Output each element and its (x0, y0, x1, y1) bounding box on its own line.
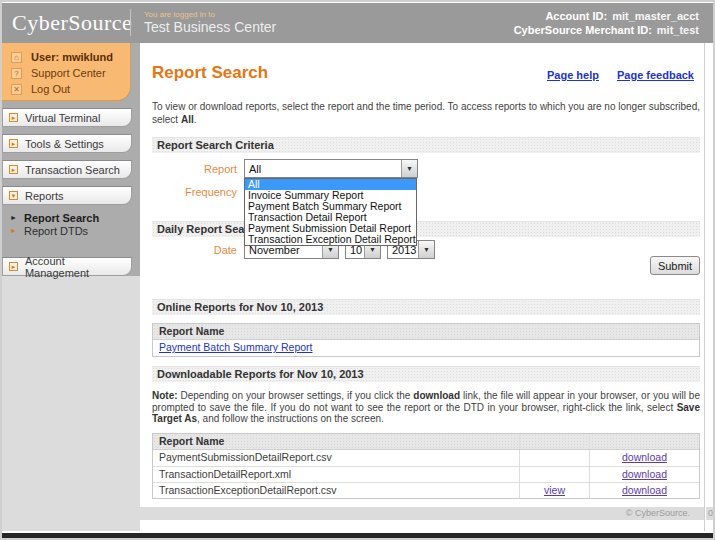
section-daily-report-search: Daily Report Search (152, 221, 700, 237)
dropdown-option-transaction-exception-detail[interactable]: Transaction Exception Detail Report (245, 234, 416, 245)
report-select[interactable]: All ▼ (244, 159, 418, 178)
download-note: Note: Depending on your browser settings… (152, 390, 700, 425)
downloadable-reports-table: Report Name PaymentSubmissionDetailRepor… (152, 433, 700, 499)
top-header: CyberSource You are logged in to Test Bu… (2, 3, 713, 43)
logout-icon: ✕ (11, 84, 22, 95)
menu-label: Virtual Terminal (25, 112, 100, 124)
sidebar: ⌂User: mwiklund ?Support Center ✕Log Out… (2, 43, 140, 531)
frequency-label: Frequency (152, 186, 237, 198)
sidebar-item-transaction-search[interactable]: ▸Transaction Search (2, 160, 132, 179)
note-bold-download: download (413, 390, 460, 401)
intro-bold: All (181, 114, 194, 125)
window-bottom-bar (2, 533, 713, 539)
sidebar-item-account-management[interactable]: ▸Account Management (2, 257, 132, 276)
cybersource-logo: CyberSource (12, 10, 132, 36)
download-link[interactable]: download (622, 451, 667, 463)
merchant-id-label: CyberSource Merchant ID: (514, 24, 652, 36)
arrow-bullet-icon: ► (10, 214, 17, 221)
sidebar-item-tools-settings[interactable]: ▸Tools & Settings (2, 134, 132, 153)
menu-collapse-icon: ▾ (9, 191, 18, 200)
dropdown-arrow-icon[interactable]: ▼ (418, 241, 434, 258)
support-label: Support Center (31, 67, 106, 79)
intro-text: To view or download reports, select the … (152, 100, 700, 126)
merchant-id-value: mit_test (652, 24, 699, 36)
report-file-name: TransactionDetailReport.xml (153, 467, 519, 482)
report-row: Report All ▼ (152, 159, 418, 178)
reports-submenu: ►Report Search ►Report DTDs (2, 205, 140, 241)
note-segment: , and follow the instructions on the scr… (197, 413, 384, 424)
sidebar-item-reports[interactable]: ▾Reports (2, 186, 132, 205)
intro-period: . (194, 114, 197, 125)
table-header-report-name: Report Name (153, 434, 519, 449)
app-name: Test Business Center (144, 19, 276, 35)
submit-button[interactable]: Submit (650, 256, 700, 275)
menu-label: Reports (25, 190, 64, 202)
dropdown-arrow-icon[interactable]: ▼ (401, 160, 417, 177)
note-label: Note: (152, 390, 178, 401)
logout-label: Log Out (31, 83, 70, 95)
note-segment: Depending on your browser settings, if y… (178, 390, 414, 401)
header-divider (130, 9, 131, 36)
section-report-search-criteria: Report Search Criteria (152, 137, 700, 153)
table-header-row: Report Name (153, 434, 699, 450)
report-search-form: Report All ▼ Frequency ▼ Daily Report Se… (152, 153, 700, 299)
download-link[interactable]: download (622, 468, 667, 480)
main-content: Report Search Page helpPage feedback To … (142, 43, 704, 531)
sidebar-item-user[interactable]: ⌂User: mwiklund (2, 49, 130, 65)
report-file-name: PaymentSubmissionDetailReport.csv (153, 450, 519, 466)
menu-expand-icon: ▸ (9, 139, 18, 148)
menu-label: Account Management (25, 255, 131, 279)
arrow-bullet-icon: ► (10, 227, 17, 234)
footer-page-code: 01 (706, 507, 715, 520)
help-icon: ? (11, 68, 22, 79)
section-downloadable-reports: Downloadable Reports for Nov 10, 2013 (152, 366, 700, 382)
report-select-value: All (249, 163, 261, 175)
intro-segment: To view or download reports, select the … (152, 101, 700, 125)
report-dropdown-list: All Invoice Summary Report Payment Batch… (244, 178, 417, 246)
sidebar-item-support-center[interactable]: ?Support Center (2, 65, 130, 81)
table-row: TransactionDetailReport.xml download (153, 466, 699, 482)
menu-expand-icon: ▸ (9, 113, 18, 122)
page-help-link[interactable]: Page help (547, 69, 599, 81)
date-label: Date (152, 244, 237, 256)
table-row: TransactionExceptionDetailReport.csv vie… (153, 482, 699, 498)
table-row: Payment Batch Summary Report (153, 340, 699, 356)
view-link[interactable]: view (544, 484, 565, 496)
submenu-label: Report DTDs (24, 225, 88, 237)
submenu-label: Report Search (24, 212, 99, 224)
online-reports-table: Report Name Payment Batch Summary Report (152, 323, 700, 357)
sidebar-item-report-dtds[interactable]: ►Report DTDs (2, 224, 140, 237)
account-id-value: mit_master_acct (607, 10, 699, 22)
menu-expand-icon: ▸ (9, 262, 18, 271)
user-label: User: mwiklund (31, 51, 113, 63)
sidebar-item-report-search[interactable]: ►Report Search (2, 211, 140, 224)
browser-window: CyberSource You are logged in to Test Bu… (0, 0, 715, 540)
report-file-name: TransactionExceptionDetailReport.csv (153, 483, 519, 498)
page-feedback-link[interactable]: Page feedback (617, 69, 694, 81)
section-online-reports: Online Reports for Nov 10, 2013 (152, 299, 700, 315)
account-id-label: Account ID: (545, 10, 607, 22)
report-label: Report (152, 163, 237, 175)
menu-label: Tools & Settings (25, 138, 104, 150)
download-link[interactable]: download (622, 484, 667, 496)
page-links: Page helpPage feedback (529, 69, 694, 81)
footer-bar: © CyberSource. (17, 507, 704, 520)
home-icon: ⌂ (11, 52, 22, 63)
sidebar-item-virtual-terminal[interactable]: ▸Virtual Terminal (2, 108, 132, 127)
logged-in-label: You are logged in to (144, 10, 215, 19)
table-header-report-name: Report Name (153, 324, 699, 340)
user-panel: ⌂User: mwiklund ?Support Center ✕Log Out (2, 43, 131, 101)
menu-expand-icon: ▸ (9, 165, 18, 174)
table-row: PaymentSubmissionDetailReport.csv downlo… (153, 450, 699, 466)
sidebar-item-log-out[interactable]: ✕Log Out (2, 81, 130, 97)
payment-batch-summary-report-link[interactable]: Payment Batch Summary Report (159, 341, 312, 353)
menu-label: Transaction Search (25, 164, 120, 176)
content-right-border (704, 43, 705, 531)
account-info: Account ID:mit_master_acct CyberSource M… (514, 9, 699, 37)
